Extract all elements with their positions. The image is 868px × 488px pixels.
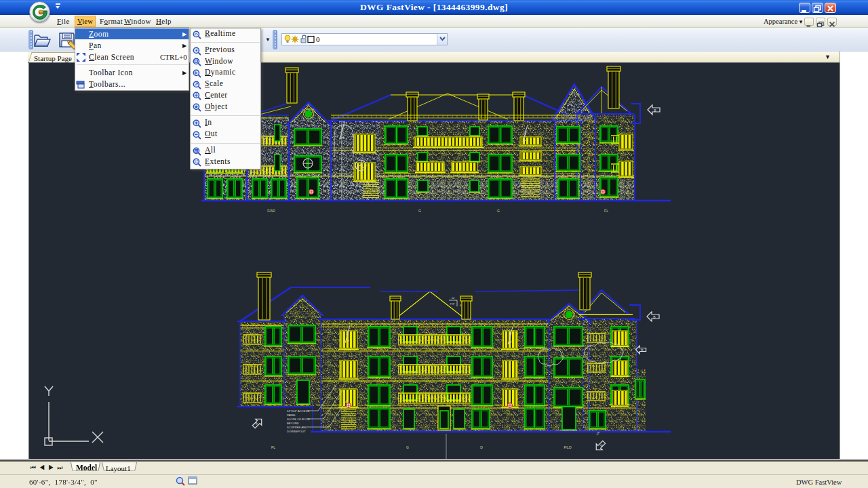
svg-text:TYP: TYP (450, 303, 455, 306)
svg-text:PANEL: PANEL (287, 413, 296, 417)
svg-text:G: G (418, 209, 421, 213)
svg-text:FL: FL (271, 445, 275, 449)
svg-text:SLOPE OF ROOF: SLOPE OF ROOF (287, 418, 311, 421)
svg-text:G: G (497, 209, 500, 213)
svg-text:G: G (406, 445, 409, 449)
svg-text:DOWNSPOUT: DOWNSPOUT (287, 430, 306, 433)
svg-text:SCUPPER AND: SCUPPER AND (287, 426, 307, 429)
svg-text:FL: FL (604, 209, 608, 213)
svg-text:D: D (480, 445, 483, 449)
svg-text:6: 6 (460, 304, 462, 307)
svg-text:BEYOND: BEYOND (287, 422, 299, 425)
svg-text:F/LO: F/LO (564, 445, 571, 449)
svg-text:F/AD: F/AD (267, 209, 275, 213)
svg-text:12: 12 (452, 296, 455, 300)
svg-text:24"X24" ACCESS: 24"X24" ACCESS (287, 409, 309, 413)
